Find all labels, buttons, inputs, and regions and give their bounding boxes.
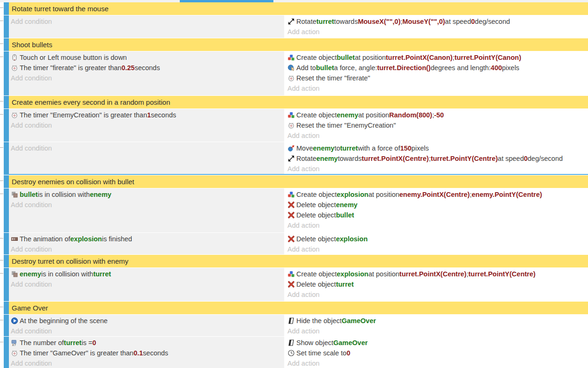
- horizontal-scrollbar[interactable]: [0, 0, 588, 2]
- action-item[interactable]: Reset the timer "EnemyCreation": [287, 120, 586, 130]
- event-selection-bar[interactable]: [4, 51, 9, 95]
- conditions-column[interactable]: Add condition: [9, 142, 284, 174]
- tree-gutter[interactable]: [0, 51, 4, 95]
- condition-item[interactable]: x?The number of turret is = 0: [10, 338, 282, 348]
- event-selection-bar[interactable]: [4, 315, 9, 336]
- event-selection-bar[interactable]: [4, 302, 9, 314]
- action-item[interactable]: Set time scale to 0: [287, 348, 586, 358]
- event-selection-bar[interactable]: [4, 268, 9, 301]
- condition-item[interactable]: bullet is in collision with enemy: [10, 189, 282, 200]
- add-condition-button[interactable]: Add condition: [10, 358, 282, 368]
- tree-gutter[interactable]: [0, 175, 4, 188]
- add-action-button[interactable]: Add action: [287, 289, 586, 300]
- action-item[interactable]: Create object bullet at position turret.…: [287, 52, 586, 63]
- event-selection-bar[interactable]: [4, 2, 9, 15]
- conditions-column[interactable]: The animation of explosion is finishedAd…: [9, 233, 284, 254]
- add-condition-button[interactable]: Add condition: [10, 143, 282, 153]
- group-header[interactable]: Create enemies every second in a random …: [9, 96, 588, 108]
- action-item[interactable]: Delete object bullet: [287, 210, 586, 220]
- action-item[interactable]: Delete object explosion: [287, 234, 586, 244]
- event-selection-bar[interactable]: [4, 109, 9, 142]
- event-selection-bar[interactable]: [4, 175, 9, 188]
- actions-column[interactable]: Move enemy to turret with a force of 150…: [286, 142, 588, 174]
- conditions-column[interactable]: At the beginning of the sceneAdd conditi…: [9, 315, 284, 336]
- condition-item[interactable]: enemy is in collision with turret: [10, 269, 282, 279]
- tree-gutter[interactable]: [0, 268, 4, 301]
- add-condition-button[interactable]: Add condition: [10, 279, 282, 289]
- group-header[interactable]: Shoot bullets: [9, 38, 588, 51]
- condition-item[interactable]: Touch or Left mouse button is down: [10, 52, 282, 63]
- add-action-button[interactable]: Add action: [287, 83, 586, 94]
- horizontal-scrollbar-thumb[interactable]: [180, 0, 273, 2]
- actions-column[interactable]: Delete object explosionAdd action: [286, 233, 588, 254]
- tree-gutter[interactable]: [0, 38, 4, 51]
- action-item[interactable]: Delete object enemy: [287, 200, 586, 210]
- actions-column[interactable]: Hide the object GameOverAdd action: [286, 315, 588, 336]
- add-condition-button[interactable]: Add condition: [10, 244, 282, 254]
- tree-gutter[interactable]: [0, 15, 4, 38]
- action-item[interactable]: Create object enemy at position Random(8…: [287, 110, 586, 120]
- group-header[interactable]: Destroy turret on collision with enemy: [9, 255, 588, 267]
- add-condition-button[interactable]: Add condition: [10, 326, 282, 336]
- conditions-column[interactable]: enemy is in collision with turretAdd con…: [9, 268, 284, 301]
- event-selection-bar[interactable]: [4, 96, 9, 108]
- condition-item[interactable]: The timer "firerate" is greater than 0.2…: [10, 63, 282, 73]
- condition-item[interactable]: At the beginning of the scene: [10, 316, 282, 326]
- tree-gutter[interactable]: [0, 2, 4, 15]
- add-condition-button[interactable]: Add condition: [10, 200, 282, 210]
- add-action-button[interactable]: Add action: [287, 164, 586, 174]
- tree-gutter[interactable]: [0, 96, 4, 108]
- action-item[interactable]: Move enemy to turret with a force of 150…: [287, 143, 586, 153]
- add-condition-button[interactable]: Add condition: [10, 120, 282, 130]
- condition-item[interactable]: The timer "EnemyCreation" is greater tha…: [10, 110, 282, 120]
- event-selection-bar[interactable]: [4, 233, 9, 254]
- group-header[interactable]: Rotate turret toward the mouse: [9, 2, 588, 15]
- conditions-column[interactable]: Add condition: [9, 15, 284, 38]
- actions-column[interactable]: Show object GameOverSet time scale to 0A…: [286, 337, 588, 368]
- action-item[interactable]: Add to bullet a force, angle: turret.Dir…: [287, 63, 586, 73]
- action-item[interactable]: Create object explosion at position enem…: [287, 189, 586, 200]
- tree-gutter[interactable]: [0, 188, 4, 232]
- actions-column[interactable]: Create object explosion at position enem…: [286, 188, 588, 232]
- action-item[interactable]: Delete object turret: [287, 279, 586, 289]
- actions-column[interactable]: Create object enemy at position Random(8…: [286, 109, 588, 142]
- action-item[interactable]: Reset the timer "firerate": [287, 73, 586, 83]
- actions-column[interactable]: Create object explosion at position turr…: [286, 268, 588, 301]
- event-selection-bar[interactable]: [4, 337, 9, 368]
- tree-gutter[interactable]: [0, 233, 4, 254]
- action-item[interactable]: Hide the object GameOver: [287, 316, 586, 326]
- actions-column[interactable]: Rotate turret towards MouseX("",0);Mouse…: [286, 15, 588, 38]
- event-selection-bar[interactable]: [4, 15, 9, 38]
- add-action-button[interactable]: Add action: [287, 358, 586, 368]
- action-item[interactable]: Rotate enemy towards turret.PointX(Centr…: [287, 153, 586, 164]
- event-selection-bar[interactable]: [4, 255, 9, 267]
- event-selection-bar[interactable]: [4, 188, 9, 232]
- conditions-column[interactable]: Touch or Left mouse button is downThe ti…: [9, 51, 284, 95]
- condition-item[interactable]: The timer "GameOver" is greater than 0.1…: [10, 348, 282, 358]
- add-action-button[interactable]: Add action: [287, 244, 586, 254]
- tree-gutter[interactable]: [0, 255, 4, 267]
- tree-gutter[interactable]: [0, 302, 4, 314]
- tree-gutter[interactable]: [0, 142, 4, 174]
- conditions-column[interactable]: The timer "EnemyCreation" is greater tha…: [9, 109, 284, 142]
- action-item[interactable]: Rotate turret towards MouseX("",0);Mouse…: [287, 16, 586, 27]
- tree-gutter[interactable]: [0, 337, 4, 368]
- add-action-button[interactable]: Add action: [287, 220, 586, 231]
- add-condition-button[interactable]: Add condition: [10, 16, 282, 27]
- add-action-button[interactable]: Add action: [287, 130, 586, 141]
- group-header[interactable]: Game Over: [9, 302, 588, 314]
- action-item[interactable]: Create object explosion at position turr…: [287, 269, 586, 279]
- add-condition-button[interactable]: Add condition: [10, 73, 282, 83]
- tree-gutter[interactable]: [0, 315, 4, 336]
- actions-column[interactable]: Create object bullet at position turret.…: [286, 51, 588, 95]
- condition-item[interactable]: The animation of explosion is finished: [10, 234, 282, 244]
- add-action-button[interactable]: Add action: [287, 326, 586, 336]
- group-header[interactable]: Destroy enemies on collision with bullet: [9, 175, 588, 188]
- event-selection-bar[interactable]: [4, 38, 9, 51]
- conditions-column[interactable]: bullet is in collision with enemyAdd con…: [9, 188, 284, 232]
- add-action-button[interactable]: Add action: [287, 27, 586, 37]
- tree-gutter[interactable]: [0, 109, 4, 142]
- action-item[interactable]: Show object GameOver: [287, 338, 586, 348]
- conditions-column[interactable]: x?The number of turret is = 0The timer "…: [9, 337, 284, 368]
- event-selection-bar[interactable]: [4, 142, 9, 174]
